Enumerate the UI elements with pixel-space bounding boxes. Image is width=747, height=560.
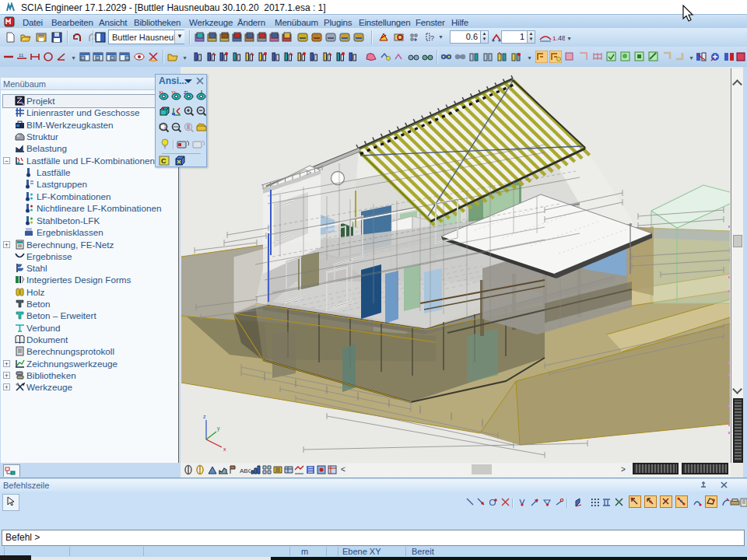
svg-text:1.: 1. (552, 35, 558, 42)
svg-text:C: C (161, 157, 167, 165)
svg-text:ABC: ABC (240, 467, 251, 474)
svg-text:x: x (223, 446, 226, 452)
svg-text:11: 11 (19, 53, 24, 58)
svg-text:?: ? (430, 34, 434, 42)
svg-text:48: 48 (558, 34, 565, 42)
svg-text:z: z (203, 414, 206, 419)
svg-text:y: y (217, 425, 220, 432)
